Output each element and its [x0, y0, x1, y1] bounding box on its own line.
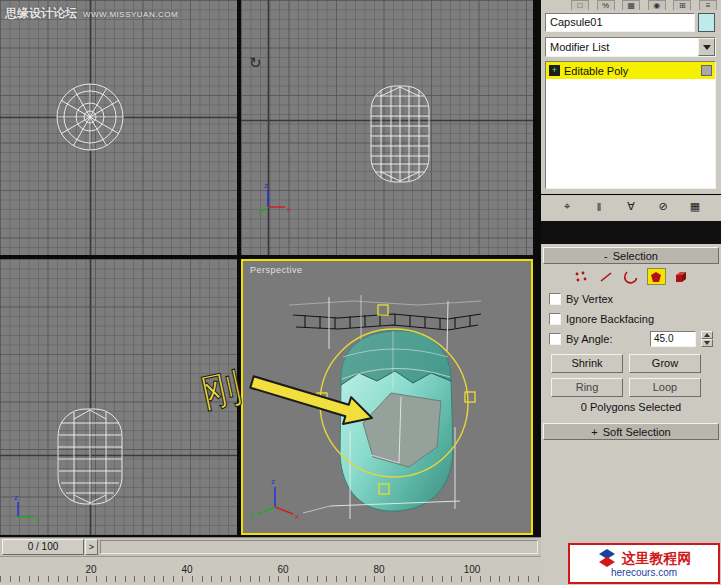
time-slider-track[interactable]	[100, 540, 538, 554]
front-view-wireframe: ↻ z	[241, 0, 533, 255]
rollout-title: Soft Selection	[603, 426, 671, 438]
ruler-label: 100	[464, 564, 481, 575]
ruler-label: 80	[373, 564, 384, 575]
watermark-url: WWW.MISSYUAN.COM	[83, 10, 178, 19]
stack-item-end-icon[interactable]	[701, 65, 712, 76]
vertex-mode-icon[interactable]	[572, 268, 591, 285]
by-angle-label: By Angle:	[566, 333, 612, 345]
selection-status: 0 Polygons Selected	[541, 401, 721, 413]
next-frame-button[interactable]: >	[85, 539, 98, 555]
time-slider: 0 / 100 >	[0, 537, 541, 556]
y-axis-label: y	[35, 514, 39, 523]
top-view-wireframe	[0, 0, 237, 255]
viewport-perspective[interactable]: Perspective	[241, 259, 533, 535]
x-axis-label: x	[295, 512, 299, 521]
selection-rollout-header[interactable]: - Selection	[543, 247, 719, 264]
viewport-top[interactable]	[0, 0, 237, 255]
main-toolbar-fragment: □ % ▦ ◉ ⊞ ≡	[571, 0, 717, 10]
time-slider-handle[interactable]: 0 / 100	[2, 539, 84, 555]
by-vertex-checkbox[interactable]	[549, 293, 561, 305]
edge-mode-icon[interactable]	[597, 268, 616, 285]
ignore-backfacing-row: Ignore Backfacing	[549, 311, 713, 327]
subobject-mode-row	[541, 267, 721, 286]
stack-item-label: Editable Poly	[564, 65, 697, 77]
chevron-down-icon[interactable]	[698, 38, 715, 56]
left-view-wireframe: z y	[0, 259, 237, 535]
by-vertex-row: By Vertex	[549, 291, 713, 307]
toolbar-icon[interactable]: %	[597, 0, 615, 10]
expand-indicator: +	[591, 426, 597, 438]
make-unique-icon[interactable]: ∀	[621, 198, 642, 215]
object-name-row: Capsule01	[545, 13, 715, 32]
toolbar-icon[interactable]: ⊞	[673, 0, 691, 10]
spinner-down-icon[interactable]	[701, 339, 713, 347]
left-axis-tripod: z y	[14, 493, 39, 523]
modifier-list-label: Modifier List	[546, 41, 698, 53]
site-logo-url: herecours.com	[611, 567, 677, 578]
border-mode-icon[interactable]	[622, 268, 641, 285]
command-panel: □ % ▦ ◉ ⊞ ≡ Capsule01 Modifier List + Ed…	[541, 0, 721, 585]
cage-top-black	[293, 314, 481, 330]
angle-spinner	[701, 331, 713, 347]
x-axis-label: x	[287, 205, 291, 214]
show-end-result-icon[interactable]: ‖	[589, 198, 610, 215]
angle-value-field[interactable]: 45.0	[650, 331, 696, 347]
capsule-top-wireframe	[57, 84, 123, 150]
perspective-axis-tripod: z x y	[250, 477, 299, 521]
viewport-label: Perspective	[250, 265, 303, 275]
y-axis-label: y	[250, 512, 254, 521]
element-mode-icon[interactable]	[672, 268, 691, 285]
soft-selection-rollout-header[interactable]: + Soft Selection	[543, 423, 719, 440]
tutorial-site-logo: 这里教程网 herecours.com	[568, 543, 720, 584]
watermark: 思缘设计论坛 WWW.MISSYUAN.COM	[5, 5, 178, 22]
ruler-label: 40	[181, 564, 192, 575]
shrink-button[interactable]: Shrink	[551, 354, 623, 373]
modifier-list-dropdown[interactable]: Modifier List	[545, 37, 716, 57]
remove-modifier-icon[interactable]: ⊘	[653, 198, 674, 215]
stack-expand-icon[interactable]: +	[549, 65, 560, 76]
z-axis-label: z	[271, 477, 275, 486]
capsule-front-wireframe	[371, 86, 429, 182]
polygon-mode-icon[interactable]	[647, 268, 666, 285]
viewport-front[interactable]: ↻ z	[241, 0, 533, 255]
ignore-backfacing-checkbox[interactable]	[549, 313, 561, 325]
ruler-label: 20	[85, 564, 96, 575]
site-logo-icon	[597, 549, 617, 567]
panel-divider	[541, 221, 721, 244]
viewport-left[interactable]: z y	[0, 259, 237, 535]
z-axis-label: z	[14, 493, 18, 502]
collapse-indicator: -	[604, 250, 608, 262]
toolbar-icon[interactable]: ▦	[622, 0, 640, 10]
spinner-up-icon[interactable]	[701, 331, 713, 339]
pin-stack-icon[interactable]: ⌖	[557, 198, 578, 215]
perspective-scene: z x y	[243, 261, 531, 533]
object-color-swatch[interactable]	[698, 13, 715, 32]
stack-toolbar: ⌖ ‖ ∀ ⊘ ▦	[541, 194, 721, 218]
arc-rotate-icon: ↻	[249, 54, 262, 71]
stack-item-editable-poly[interactable]: + Editable Poly	[546, 62, 715, 79]
by-vertex-label: By Vertex	[566, 293, 613, 305]
viewport-area: ↻ z	[0, 0, 541, 537]
track-bar[interactable]: 20 40 60 80 100	[0, 556, 541, 585]
site-logo-title: 这里教程网	[622, 551, 692, 566]
object-name-field[interactable]: Capsule01	[545, 13, 695, 32]
toolbar-icon[interactable]: ◉	[648, 0, 666, 10]
toolbar-icon[interactable]: □	[571, 0, 589, 10]
toolbar-icon[interactable]: ≡	[699, 0, 717, 10]
ignore-backfacing-label: Ignore Backfacing	[566, 313, 654, 325]
modifier-stack[interactable]: + Editable Poly	[545, 61, 716, 189]
loop-button[interactable]: Loop	[629, 378, 701, 397]
ring-button[interactable]: Ring	[551, 378, 623, 397]
front-axis-tripod: z x	[258, 181, 291, 214]
rollout-title: Selection	[613, 250, 658, 262]
by-angle-row: By Angle: 45.0	[549, 331, 713, 347]
ruler-label: 60	[277, 564, 288, 575]
by-angle-checkbox[interactable]	[549, 333, 561, 345]
z-axis-label: z	[264, 181, 268, 190]
capsule-left-wireframe	[58, 409, 122, 504]
3dsmax-window: ↻ z	[0, 0, 721, 585]
watermark-site: 思缘设计论坛	[5, 5, 77, 22]
grow-button[interactable]: Grow	[629, 354, 701, 373]
configure-modifier-sets-icon[interactable]: ▦	[685, 198, 706, 215]
